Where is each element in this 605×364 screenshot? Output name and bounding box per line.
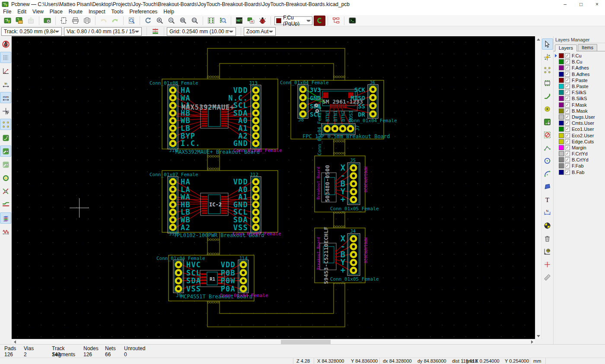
pad-display-button[interactable]	[0, 186, 11, 197]
layer-row-cmts-user[interactable]: ✓Cmts.User	[554, 120, 605, 126]
add-arc-button[interactable]	[542, 168, 553, 179]
layer-row-eco1-user[interactable]: ✓Eco1.User	[554, 126, 605, 132]
layer-row-f-adhes[interactable]: ✓F.Adhes	[554, 65, 605, 71]
scroll-up-button[interactable]	[535, 36, 541, 42]
track-width-select[interactable]: Track: 0.250 mm (9.84 mils) *	[1, 27, 62, 36]
layer-visibility-checkbox[interactable]: ✓	[565, 90, 570, 95]
layer-row-f-fab[interactable]: ✓F.Fab	[554, 163, 605, 169]
zoom-sel-button[interactable]	[189, 16, 201, 26]
grid-origin-button[interactable]	[542, 259, 553, 270]
menu-view[interactable]: View	[29, 8, 47, 15]
add-line-button[interactable]	[542, 142, 553, 153]
layer-visibility-checkbox[interactable]: ✓	[565, 108, 570, 114]
zoom-in-button[interactable]	[154, 16, 166, 26]
layer-color-swatch[interactable]	[559, 157, 564, 162]
layer-visibility-checkbox[interactable]: ✓	[565, 133, 570, 138]
menu-file[interactable]: File	[0, 8, 14, 15]
layer-visibility-checkbox[interactable]: ✓	[565, 102, 570, 108]
menu-preferences[interactable]: Preferences	[127, 8, 161, 15]
redraw-button[interactable]	[142, 16, 154, 26]
page-settings-button[interactable]	[58, 16, 70, 26]
layer-row-edge-cuts[interactable]: ✓Edge.Cuts	[554, 139, 605, 145]
plot-button[interactable]	[81, 16, 93, 26]
layer-row-f-silks[interactable]: ✓F.SilkS	[554, 89, 605, 95]
layer-color-swatch[interactable]	[559, 59, 564, 64]
drc-bug-button[interactable]	[257, 16, 268, 26]
pcb-canvas[interactable]: HAWALAHBWBLBBYPI.C.VDDN.C.SCLSDAA0A1A2GN…	[12, 36, 535, 339]
layer-visibility-checkbox[interactable]: ✓	[565, 59, 570, 64]
pcb-open-button[interactable]	[13, 16, 25, 26]
layer-color-swatch[interactable]	[559, 170, 564, 175]
layer-visibility-checkbox[interactable]: ✓	[565, 170, 570, 175]
layer-color-swatch[interactable]	[559, 108, 564, 114]
close-button[interactable]: ×	[589, 0, 605, 8]
layer-color-swatch[interactable]	[559, 72, 564, 77]
grid-dots-button[interactable]	[0, 52, 11, 63]
layer-visibility-checkbox[interactable]: ✓	[565, 163, 570, 168]
layer-row-b-mask[interactable]: ✓B.Mask	[554, 108, 605, 114]
delete-tool-button[interactable]	[542, 233, 553, 244]
layer-row-eco2-user[interactable]: ✓Eco2.User	[554, 132, 605, 138]
add-keepout-button[interactable]	[542, 129, 553, 140]
add-polygon-button[interactable]	[542, 181, 553, 192]
print-button[interactable]	[70, 16, 81, 26]
layer-color-swatch[interactable]	[559, 120, 564, 126]
layer-visibility-checkbox[interactable]: ✓	[565, 157, 570, 162]
track-display-alt-button[interactable]	[0, 159, 11, 170]
layer-row-f-mask[interactable]: ✓F.Mask	[554, 102, 605, 108]
layer-color-swatch[interactable]	[559, 65, 564, 70]
via-size-select[interactable]: Via: 0.80 / 0.40 mm (31.5 / 15.7 mils) *	[64, 27, 142, 36]
layer-visibility-checkbox[interactable]: ✓	[565, 72, 570, 77]
layer-color-swatch[interactable]	[559, 145, 564, 150]
menu-tools[interactable]: Tools	[108, 8, 127, 15]
layer-color-swatch[interactable]	[559, 151, 564, 156]
layer-color-swatch[interactable]	[559, 102, 564, 108]
layer-color-swatch[interactable]	[559, 84, 564, 89]
layer-color-swatch[interactable]	[559, 53, 564, 58]
cursor-shape-button[interactable]	[0, 105, 11, 117]
layer-color-swatch[interactable]	[559, 139, 564, 144]
layer-visibility-checkbox[interactable]: ✓	[565, 145, 570, 150]
maximize-button[interactable]: □	[573, 0, 589, 8]
board-setup-button[interactable]	[41, 16, 53, 26]
zoom-select[interactable]: Zoom Auto	[244, 27, 276, 36]
minimize-button[interactable]: –	[557, 0, 573, 8]
undo-button[interactable]	[98, 16, 109, 26]
route-track-button[interactable]	[542, 90, 553, 101]
layer-color-swatch[interactable]	[559, 127, 564, 132]
place-offset-button[interactable]	[542, 246, 553, 257]
via-display-button[interactable]	[0, 172, 11, 184]
layer-visibility-checkbox[interactable]: ✓	[565, 127, 570, 132]
layer-row-f-paste[interactable]: ✓F.Paste	[554, 77, 605, 83]
pcb-new-button[interactable]	[2, 16, 13, 26]
track-width-legend-button[interactable]	[150, 26, 161, 37]
layer-visibility-checkbox[interactable]: ✓	[565, 139, 570, 144]
layer-row-b-paste[interactable]: ✓B.Paste	[554, 83, 605, 89]
layers-stack-button[interactable]	[0, 212, 11, 224]
polar-coords-button[interactable]	[0, 65, 11, 76]
drc-off-button[interactable]	[0, 38, 11, 50]
active-layer-select[interactable]: F.Cu (PgUp)	[274, 16, 312, 25]
layer-visibility-checkbox[interactable]: ✓	[565, 151, 570, 156]
layer-row-dwgs-user[interactable]: ✓Dwgs.User	[554, 114, 605, 120]
vertical-scrollbar[interactable]	[535, 36, 541, 339]
save-button[interactable]	[25, 16, 37, 26]
layers-manager-tab-items[interactable]: Items	[578, 44, 597, 51]
layer-row-margin[interactable]: ✓Margin	[554, 145, 605, 151]
layer-row-b-adhes[interactable]: ✓B.Adhes	[554, 71, 605, 77]
layer-visibility-checkbox[interactable]: ✓	[565, 114, 570, 120]
measure-tool-button[interactable]	[542, 272, 553, 283]
layer-row-f-cu[interactable]: ✓F.Cu	[554, 53, 605, 59]
layer-color-swatch[interactable]	[559, 90, 564, 95]
layer-toggle-button[interactable]	[314, 16, 325, 26]
microwave-tools-button[interactable]	[0, 226, 11, 237]
add-zone-button[interactable]	[542, 116, 553, 127]
layer-color-swatch[interactable]	[559, 133, 564, 138]
layer-row-b-fab[interactable]: ✓B.Fab	[554, 169, 605, 175]
find-button[interactable]	[126, 16, 137, 26]
zoom-fit-button[interactable]	[177, 16, 189, 26]
add-target-button[interactable]	[542, 220, 553, 231]
console-button[interactable]	[347, 16, 358, 26]
track-cross-button[interactable]	[0, 199, 11, 210]
layer-visibility-checkbox[interactable]: ✓	[565, 65, 570, 70]
